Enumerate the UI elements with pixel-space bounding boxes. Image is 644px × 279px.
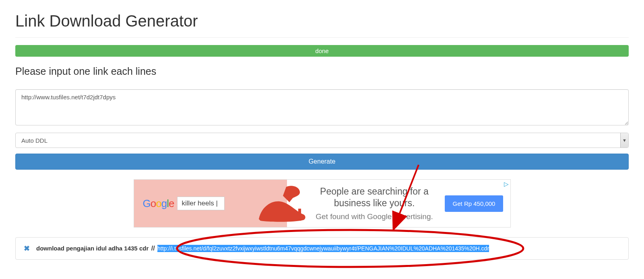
ad-subline: Get found with Google advertising. [316,212,433,221]
result-label: download pengajian idul adha 1435 cdr [36,245,149,252]
result-line: download pengajian idul adha 1435 cdr //… [36,245,489,252]
generate-button[interactable]: Generate [15,154,629,170]
input-section-label: Please input one link each lines [15,66,629,77]
ad-banner[interactable]: Google killer heels | People are searchi… [134,179,511,228]
result-link[interactable]: http://i.tusfiles.net/d/fql2zuvxtz2fvxij… [157,245,489,252]
ad-right-panel: Get Rp 450,000 [438,180,510,227]
close-icon[interactable]: ✖ [24,244,30,253]
status-bar: done [15,45,629,57]
divider [15,37,629,38]
result-panel: ✖ download pengajian idul adha 1435 cdr … [15,237,629,260]
shoe-icon [255,184,311,224]
google-logo: Google [143,197,174,210]
page-title: Link Download Generator [15,12,629,30]
result-separator: // [151,245,155,252]
ad-search-field: killer heels | [177,197,225,210]
links-textarea[interactable]: http://www.tusfiles.net/t7d2jdt7dpys [15,89,629,125]
svg-rect-0 [298,209,301,221]
ad-left-panel: Google killer heels | [134,180,287,227]
adchoices-icon[interactable]: ▷ [504,181,509,188]
ad-cta-button[interactable]: Get Rp 450,000 [445,195,504,212]
ad-headline: People are searching for a business like… [320,186,429,209]
mode-select[interactable]: Auto DDL [15,133,629,148]
